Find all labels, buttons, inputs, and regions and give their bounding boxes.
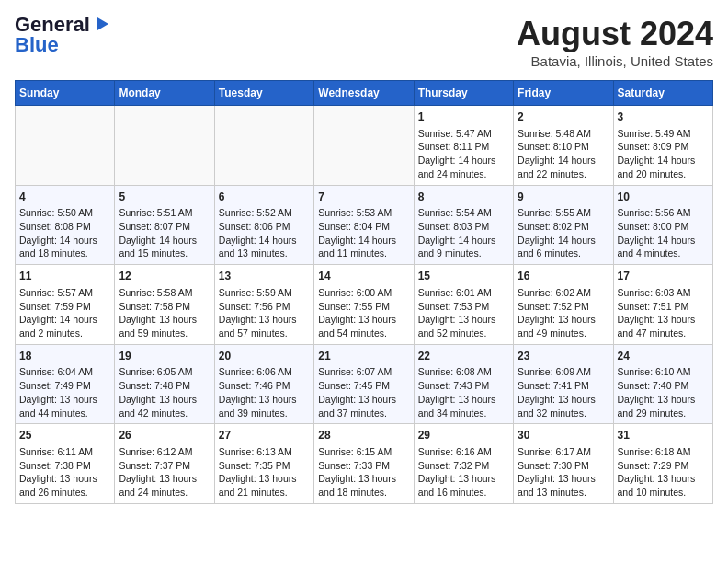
day-info: Sunrise: 6:10 AM xyxy=(618,365,709,379)
day-info: Daylight: 14 hours and 24 minutes. xyxy=(418,154,509,180)
day-number: 11 xyxy=(19,269,110,284)
day-header-monday: Monday xyxy=(115,81,214,106)
day-info: Daylight: 13 hours and 16 minutes. xyxy=(418,472,509,499)
day-info: Sunrise: 6:09 AM xyxy=(518,365,609,379)
day-number: 17 xyxy=(618,269,709,284)
day-info: Sunset: 7:30 PM xyxy=(518,459,609,473)
calendar-cell: 9Sunrise: 5:55 AMSunset: 8:02 PMDaylight… xyxy=(514,185,613,265)
day-info: Sunset: 7:45 PM xyxy=(318,379,409,393)
day-info: Sunset: 8:03 PM xyxy=(418,220,509,234)
day-info: Sunset: 8:09 PM xyxy=(618,140,709,154)
day-number: 24 xyxy=(618,349,709,364)
day-info: Sunset: 8:00 PM xyxy=(618,220,709,234)
day-info: Sunrise: 6:13 AM xyxy=(219,445,310,459)
day-number: 9 xyxy=(518,190,609,205)
day-info: Sunset: 7:29 PM xyxy=(618,459,709,473)
day-info: Daylight: 13 hours and 18 minutes. xyxy=(318,472,409,499)
day-info: Sunrise: 6:17 AM xyxy=(518,445,609,459)
calendar-week-4: 18Sunrise: 6:04 AMSunset: 7:49 PMDayligh… xyxy=(16,344,713,424)
day-info: Daylight: 13 hours and 26 minutes. xyxy=(19,472,110,499)
day-info: Sunset: 7:48 PM xyxy=(119,379,210,393)
day-info: Daylight: 13 hours and 47 minutes. xyxy=(618,313,709,339)
day-info: Daylight: 14 hours and 9 minutes. xyxy=(418,234,509,260)
calendar-week-1: 1Sunrise: 5:47 AMSunset: 8:11 PMDaylight… xyxy=(16,106,713,186)
day-info: Daylight: 13 hours and 57 minutes. xyxy=(219,313,310,339)
day-info: Daylight: 14 hours and 6 minutes. xyxy=(518,234,609,260)
day-info: Daylight: 14 hours and 2 minutes. xyxy=(19,313,110,339)
calendar-cell: 8Sunrise: 5:54 AMSunset: 8:03 PMDaylight… xyxy=(414,185,513,265)
calendar-cell: 26Sunrise: 6:12 AMSunset: 7:37 PMDayligh… xyxy=(115,424,214,504)
day-info: Daylight: 13 hours and 34 minutes. xyxy=(418,393,509,419)
day-info: Sunrise: 6:16 AM xyxy=(418,445,509,459)
day-number: 10 xyxy=(618,190,709,205)
day-number: 20 xyxy=(219,349,310,364)
day-info: Sunset: 8:07 PM xyxy=(119,220,210,234)
day-info: Sunrise: 6:18 AM xyxy=(618,445,709,459)
day-info: Daylight: 14 hours and 18 minutes. xyxy=(19,234,110,260)
day-info: Sunrise: 6:07 AM xyxy=(318,365,409,379)
page-header: General Blue August 2024 Batavia, Illino… xyxy=(15,15,713,69)
calendar-header-row: SundayMondayTuesdayWednesdayThursdayFrid… xyxy=(16,81,713,106)
day-header-sunday: Sunday xyxy=(16,81,115,106)
day-info: Daylight: 13 hours and 29 minutes. xyxy=(618,393,709,419)
day-info: Daylight: 13 hours and 21 minutes. xyxy=(219,472,310,499)
day-number: 31 xyxy=(618,428,709,443)
day-number: 26 xyxy=(119,428,210,443)
calendar-table: SundayMondayTuesdayWednesdayThursdayFrid… xyxy=(15,80,713,504)
day-info: Sunrise: 5:49 AM xyxy=(618,127,709,141)
day-info: Sunrise: 5:53 AM xyxy=(318,206,409,220)
calendar-cell: 23Sunrise: 6:09 AMSunset: 7:41 PMDayligh… xyxy=(514,344,613,424)
day-info: Sunrise: 6:11 AM xyxy=(19,445,110,459)
day-number: 27 xyxy=(219,428,310,443)
day-number: 19 xyxy=(119,349,210,364)
day-info: Daylight: 14 hours and 15 minutes. xyxy=(119,234,210,260)
day-info: Sunset: 7:46 PM xyxy=(219,379,310,393)
calendar-cell xyxy=(214,106,313,186)
calendar-cell xyxy=(314,106,414,186)
calendar-cell: 15Sunrise: 6:01 AMSunset: 7:53 PMDayligh… xyxy=(414,265,513,345)
day-info: Sunrise: 6:12 AM xyxy=(119,445,210,459)
calendar-cell: 27Sunrise: 6:13 AMSunset: 7:35 PMDayligh… xyxy=(214,424,313,504)
day-info: Sunset: 8:06 PM xyxy=(219,220,310,234)
day-header-tuesday: Tuesday xyxy=(214,81,313,106)
day-info: Daylight: 14 hours and 22 minutes. xyxy=(518,154,609,180)
calendar-cell: 22Sunrise: 6:08 AMSunset: 7:43 PMDayligh… xyxy=(414,344,513,424)
day-number: 14 xyxy=(318,269,409,284)
day-info: Sunset: 7:52 PM xyxy=(518,300,609,314)
day-info: Sunrise: 5:50 AM xyxy=(19,206,110,220)
day-number: 22 xyxy=(418,349,509,364)
day-number: 13 xyxy=(219,269,310,284)
calendar-cell: 16Sunrise: 6:02 AMSunset: 7:52 PMDayligh… xyxy=(514,265,613,345)
day-info: Sunrise: 5:54 AM xyxy=(418,206,509,220)
day-info: Daylight: 13 hours and 44 minutes. xyxy=(19,393,110,419)
day-number: 28 xyxy=(318,428,409,443)
calendar-cell: 21Sunrise: 6:07 AMSunset: 7:45 PMDayligh… xyxy=(314,344,414,424)
calendar-cell: 17Sunrise: 6:03 AMSunset: 7:51 PMDayligh… xyxy=(613,265,712,345)
day-info: Daylight: 14 hours and 4 minutes. xyxy=(618,234,709,260)
day-info: Daylight: 13 hours and 59 minutes. xyxy=(119,313,210,339)
day-number: 12 xyxy=(119,269,210,284)
day-info: Daylight: 13 hours and 37 minutes. xyxy=(318,393,409,419)
day-info: Sunset: 7:32 PM xyxy=(418,459,509,473)
day-header-thursday: Thursday xyxy=(414,81,513,106)
day-info: Daylight: 13 hours and 49 minutes. xyxy=(518,313,609,339)
day-info: Sunrise: 6:01 AM xyxy=(418,286,509,300)
calendar-cell xyxy=(16,106,115,186)
day-info: Daylight: 13 hours and 10 minutes. xyxy=(618,472,709,499)
day-number: 16 xyxy=(518,269,609,284)
day-number: 4 xyxy=(19,190,110,205)
day-number: 7 xyxy=(318,190,409,205)
day-number: 21 xyxy=(318,349,409,364)
day-number: 3 xyxy=(618,109,709,125)
day-number: 8 xyxy=(418,190,509,205)
calendar-cell: 1Sunrise: 5:47 AMSunset: 8:11 PMDaylight… xyxy=(414,106,513,186)
calendar-cell: 19Sunrise: 6:05 AMSunset: 7:48 PMDayligh… xyxy=(115,344,214,424)
day-info: Daylight: 13 hours and 39 minutes. xyxy=(219,393,310,419)
day-info: Sunset: 7:49 PM xyxy=(19,379,110,393)
day-info: Sunset: 7:58 PM xyxy=(119,300,210,314)
calendar-week-5: 25Sunrise: 6:11 AMSunset: 7:38 PMDayligh… xyxy=(16,424,713,504)
day-info: Sunrise: 6:08 AM xyxy=(418,365,509,379)
day-info: Sunset: 7:53 PM xyxy=(418,300,509,314)
day-info: Sunset: 8:10 PM xyxy=(518,140,609,154)
day-info: Sunset: 7:33 PM xyxy=(318,459,409,473)
